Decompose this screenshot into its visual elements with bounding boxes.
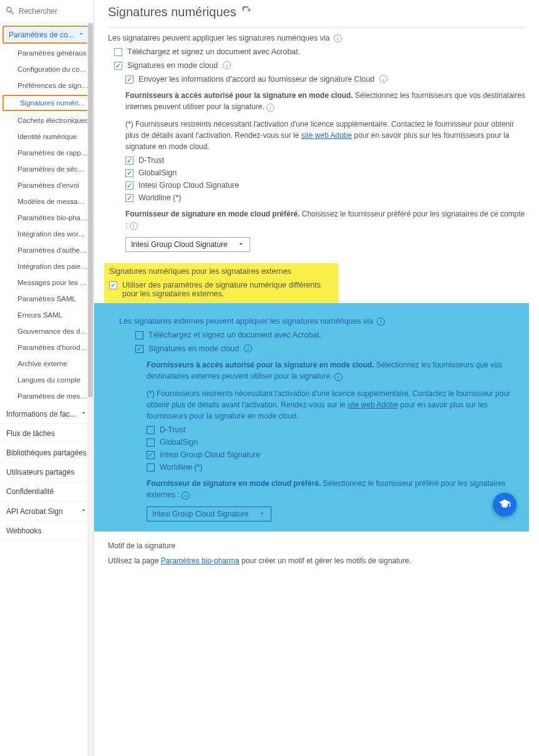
sidebar-item-account-config[interactable]: Configuration du compte <box>0 61 94 77</box>
sidebar-item-bio-pharma[interactable]: Paramètres bio-pharma <box>0 210 94 226</box>
info-icon[interactable]: i <box>379 75 387 83</box>
sidebar-item-auth-settings[interactable]: Paramètres d'authentifi... <box>0 242 94 258</box>
provider-label: Worldline (*) <box>160 463 203 472</box>
sidebar-item-external-archive[interactable]: Archive externe <box>0 356 94 372</box>
sidebar-item-webhooks[interactable]: Webhooks <box>0 521 94 541</box>
sidebar-item-account-languages[interactable]: Langues du compte <box>0 372 94 388</box>
info-icon[interactable]: i <box>244 344 252 352</box>
provider-label: GlobalSign <box>160 438 198 447</box>
sidebar-item-electronic-seals[interactable]: Cachets électroniques <box>0 112 94 128</box>
sidebar-item-privacy[interactable]: Confidentialité <box>0 482 94 502</box>
search-box[interactable] <box>0 0 94 22</box>
sidebar-item-billing-info[interactable]: Informations de fac... <box>0 404 94 424</box>
checkbox-icon[interactable] <box>125 169 134 177</box>
chevron-up-icon <box>77 30 85 39</box>
checkbox-external-download[interactable]: Téléchargez et signez un document avec A… <box>135 331 522 339</box>
sidebar-item-payment-integration[interactable]: Intégration des paieme... <box>0 258 94 274</box>
providers-note: (*) Fournisseurs restreints nécessitant … <box>125 119 525 152</box>
scrollbar[interactable] <box>87 23 94 756</box>
external-signers-title: Signatures numériques pour les signatair… <box>109 267 334 276</box>
sidebar-item-data-governance[interactable]: Gouvernance des donn... <box>0 323 94 339</box>
sidebar-item-shared-libraries[interactable]: Bibliothèques partagées <box>0 443 94 463</box>
info-icon[interactable]: i <box>377 317 385 326</box>
preferred-provider-select[interactable]: Intesi Group Cloud Signature <box>125 237 250 252</box>
search-input[interactable] <box>19 7 89 16</box>
sidebar-item-send-settings[interactable]: Paramètres d'envoi <box>0 177 94 193</box>
info-icon[interactable]: i <box>266 104 274 112</box>
checkbox-icon[interactable] <box>125 182 134 190</box>
sidebar-item-signature-prefs[interactable]: Préférences de signature <box>0 77 94 94</box>
checkbox-provider-worldline[interactable]: Worldline (*) <box>125 193 525 202</box>
checkbox-provider-intesi[interactable]: Intesi Group Cloud Signature <box>125 181 525 190</box>
info-icon[interactable]: i <box>130 222 138 230</box>
external-providers-list: D-Trust GlobalSign Intesi Group Cloud Si… <box>147 425 522 472</box>
sidebar-section-label: Paramètres de co... <box>9 31 74 39</box>
sidebar-item-report-settings[interactable]: Paramètres de rapport <box>0 145 94 161</box>
checkbox-icon[interactable] <box>125 194 134 202</box>
checkbox-icon[interactable] <box>135 345 143 353</box>
sidebar-item-digital-identity[interactable]: Identité numérique <box>0 128 94 145</box>
chevron-down-icon <box>258 510 266 519</box>
sidebar-item-timestamp-settings[interactable]: Paramètres d'horodatage <box>0 339 94 356</box>
nav-scroll: Paramètres de co... Paramètres généraux … <box>0 22 94 756</box>
checkbox-icon[interactable] <box>147 426 155 434</box>
checkbox-provider-globalsign[interactable]: GlobalSign <box>125 168 525 177</box>
sidebar-item-signer-messages[interactable]: Messages pour les sign... <box>0 274 94 291</box>
adobe-website-link[interactable]: site web Adobe <box>301 131 352 140</box>
sidebar-item-message-templates[interactable]: Modèles de messages <box>0 193 94 210</box>
info-icon[interactable]: i <box>334 34 342 42</box>
info-icon[interactable]: i <box>223 61 231 69</box>
providers-list: D-Trust GlobalSign Intesi Group Cloud Si… <box>125 156 525 202</box>
help-fab[interactable] <box>493 493 517 516</box>
checkbox-icon[interactable] <box>109 281 117 289</box>
sidebar-item-workflow-integration[interactable]: Intégration des workflo... <box>0 226 94 242</box>
checkbox-send-info[interactable]: Envoyer les informations d'accord au fou… <box>125 75 525 84</box>
checkbox-label: Utiliser des paramètres de signature num… <box>122 281 334 298</box>
checkbox-external-provider-dtrust[interactable]: D-Trust <box>147 425 522 434</box>
sidebar-item-saml-errors[interactable]: Erreurs SAML <box>0 307 94 323</box>
checkbox-download-acrobat[interactable]: Téléchargez et signez un document avec A… <box>114 47 525 56</box>
sidebar: Paramètres de co... Paramètres généraux … <box>0 0 94 756</box>
checkbox-use-different-external[interactable]: Utiliser des paramètres de signature num… <box>109 281 334 298</box>
main-content: Signatures numériques Les signataires pe… <box>94 0 539 756</box>
checkbox-icon[interactable] <box>114 48 122 56</box>
info-icon[interactable]: i <box>182 492 190 500</box>
sidebar-item-saml-settings[interactable]: Paramètres SAML <box>0 291 94 307</box>
sidebar-item-message-settings[interactable]: Paramètres de message... <box>0 388 94 404</box>
checkbox-external-cloud[interactable]: Signatures en mode cloud i <box>135 344 522 353</box>
bio-pharma-link[interactable]: Paramètres bio-pharma <box>161 556 240 565</box>
checkbox-provider-dtrust[interactable]: D-Trust <box>125 156 525 165</box>
sidebar-item-api[interactable]: API Acrobat Sign <box>0 502 94 521</box>
checkbox-icon[interactable] <box>147 439 155 447</box>
adobe-website-link-external[interactable]: site web Adobe <box>347 400 398 409</box>
checkbox-external-provider-intesi[interactable]: Intesi Group Cloud Signature <box>147 450 522 459</box>
checkbox-external-provider-worldline[interactable]: Worldline (*) <box>147 463 522 472</box>
checkbox-icon[interactable] <box>125 157 134 165</box>
page-title: Signatures numériques <box>108 5 525 19</box>
sidebar-item-security-settings[interactable]: Paramètres de sécurité <box>0 161 94 177</box>
checkbox-label: Téléchargez et signez un document avec A… <box>148 331 321 339</box>
signature-reason-text: Utilisez la page Paramètres bio-pharma p… <box>108 555 525 566</box>
preferred-provider-label: Fournisseur de signature en mode cloud p… <box>125 208 525 231</box>
checkbox-label: Téléchargez et signez un document avec A… <box>127 47 300 56</box>
checkbox-icon[interactable] <box>125 75 134 84</box>
search-icon <box>5 6 19 17</box>
external-preferred-select[interactable]: Intesi Group Cloud Signature <box>147 506 271 521</box>
checkbox-icon[interactable] <box>135 331 143 339</box>
external-providers-heading: Fournisseurs à accès autorisé pour la si… <box>147 359 522 382</box>
sidebar-item-workflows[interactable]: Flux de tâches <box>0 424 94 443</box>
scrollbar-thumb[interactable] <box>88 23 93 397</box>
sidebar-item-shared-users[interactable]: Utilisateurs partagés <box>0 463 94 482</box>
sidebar-item-general[interactable]: Paramètres généraux <box>0 45 94 61</box>
info-icon[interactable]: i <box>334 373 342 381</box>
checkbox-icon[interactable] <box>114 62 122 70</box>
checkbox-external-provider-globalsign[interactable]: GlobalSign <box>147 438 522 447</box>
checkbox-icon[interactable] <box>147 463 155 472</box>
checkbox-icon[interactable] <box>147 451 155 459</box>
sidebar-section-account-settings[interactable]: Paramètres de co... <box>2 26 91 44</box>
sidebar-item-digital-signatures[interactable]: Signatures numériques <box>2 95 91 111</box>
intro-text: Les signataires peuvent appliquer les si… <box>108 34 525 42</box>
intro-label: Les signataires peuvent appliquer les si… <box>108 34 330 42</box>
refresh-icon[interactable] <box>241 5 251 19</box>
checkbox-cloud-signatures[interactable]: Signatures en mode cloud i <box>114 61 525 70</box>
